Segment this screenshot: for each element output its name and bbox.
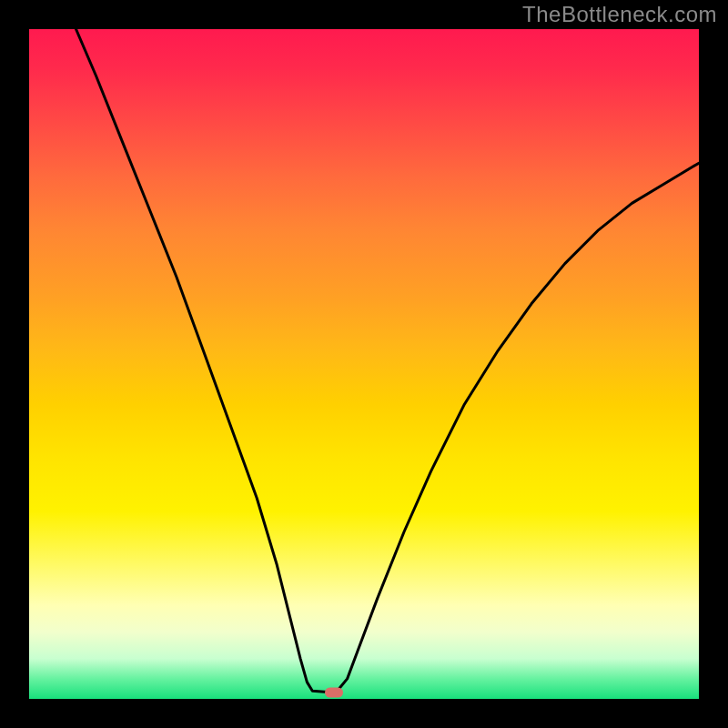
watermark-text: TheBottleneck.com (522, 2, 717, 27)
bottleneck-curve (29, 29, 699, 699)
plot-area (29, 29, 699, 699)
optimal-point-marker (325, 687, 343, 697)
